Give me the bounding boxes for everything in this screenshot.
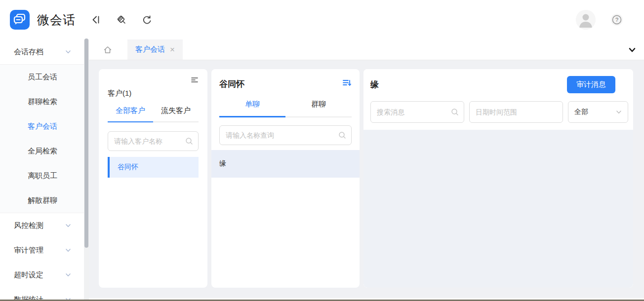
session-search-input[interactable]	[219, 125, 352, 145]
sidebar-group-audit-management[interactable]: 审计管理	[0, 238, 84, 263]
chevron-down-icon	[628, 45, 637, 54]
tab-single-chat[interactable]: 单聊	[219, 100, 285, 117]
tab-lost-customers[interactable]: 流失客户	[153, 106, 199, 121]
page-scrollbar[interactable]	[84, 39, 89, 301]
sidebar-submenu: 员工会话 群聊检索 客户会话 全局检索 离职员工 解散群聊	[0, 64, 84, 213]
app-window: 微会话	[0, 0, 644, 301]
list-collapse-icon[interactable]	[191, 76, 199, 85]
search-icon	[338, 131, 347, 142]
customers-panel: 客户(1) 全部客户 流失客户 谷同怀	[99, 69, 207, 288]
sort-descending-icon[interactable]	[342, 78, 352, 90]
close-icon[interactable]: ×	[170, 45, 175, 54]
messages-panel: 缘 审计消息	[363, 69, 633, 288]
workspace: 客户(1) 全部客户 流失客户 谷同怀	[89, 60, 644, 288]
sidebar-group-session-archive[interactable]: 会话存档	[0, 39, 84, 64]
chevron-down-icon	[65, 223, 71, 228]
collapse-sidebar-icon[interactable]	[89, 13, 102, 26]
chevron-down-icon	[65, 247, 71, 253]
sidebar-group-label: 审计管理	[14, 246, 43, 255]
tab-group-chat[interactable]: 群聊	[285, 100, 352, 116]
sidebar-item-global-search[interactable]: 全局检索	[0, 139, 84, 163]
help-icon[interactable]: ?	[610, 13, 623, 26]
message-list-area	[363, 130, 633, 288]
tab-bar: 客户会话 ×	[89, 39, 644, 60]
sidebar: 会话存档 员工会话 群聊检索 客户会话 全局检索 离职员工 解散群聊 风控检测 …	[0, 39, 84, 301]
search-icon	[450, 108, 459, 118]
sessions-panel: 谷同怀	[211, 69, 360, 288]
sidebar-group-label: 风控检测	[14, 221, 43, 230]
main-row: 会话存档 员工会话 群聊检索 客户会话 全局检索 离职员工 解散群聊 风控检测 …	[0, 39, 644, 301]
message-search	[370, 101, 464, 123]
message-type-select[interactable]: 全部	[568, 101, 628, 123]
page-scrollbar-thumb[interactable]	[84, 38, 88, 248]
customer-filter-tabs: 全部客户 流失客户	[108, 106, 199, 122]
app-title: 微会话	[37, 12, 76, 28]
search-icon	[185, 137, 194, 148]
content-column: 客户会话 ×	[89, 39, 644, 301]
sidebar-item-customer-sessions[interactable]: 客户会话	[0, 114, 84, 139]
tab-overflow-button[interactable]	[620, 39, 644, 60]
refresh-icon[interactable]	[141, 13, 154, 26]
chevron-down-icon	[616, 109, 622, 115]
chevron-down-icon	[65, 49, 71, 55]
sidebar-group-label: 会话存档	[14, 47, 43, 57]
app-logo-icon	[10, 10, 30, 30]
app-header: 微会话	[0, 0, 644, 39]
chevron-down-icon	[65, 272, 71, 278]
avatar[interactable]	[576, 10, 596, 30]
sidebar-item-disbanded-groups[interactable]: 解散群聊	[0, 188, 84, 213]
date-range-picker	[469, 101, 563, 123]
sessions-panel-title: 谷同怀	[219, 78, 244, 90]
tab-bar-spacer	[183, 39, 620, 60]
customer-list-item[interactable]: 谷同怀	[108, 157, 199, 178]
session-type-tabs: 单聊 群聊	[219, 100, 352, 117]
clear-cache-icon[interactable]	[115, 13, 128, 26]
tab-label: 客户会话	[135, 45, 165, 54]
sidebar-item-employee-sessions[interactable]: 员工会话	[0, 65, 84, 89]
customer-search	[108, 131, 199, 151]
sidebar-group-risk-detection[interactable]: 风控检测	[0, 213, 84, 238]
home-tab[interactable]	[99, 39, 117, 60]
sidebar-item-group-chat-search[interactable]: 群聊检索	[0, 89, 84, 114]
select-value: 全部	[574, 108, 588, 116]
customers-panel-title: 客户(1)	[108, 89, 199, 98]
audit-messages-button[interactable]: 审计消息	[567, 76, 615, 93]
tab-customer-sessions[interactable]: 客户会话 ×	[127, 39, 183, 60]
sidebar-group-label: 超时设定	[14, 270, 43, 280]
sidebar-group-data-statistics[interactable]: 数据统计	[0, 287, 84, 301]
message-filters: 全部	[370, 101, 628, 130]
session-list-item[interactable]: 缘	[211, 150, 360, 178]
session-search	[219, 125, 352, 145]
home-icon	[103, 45, 113, 55]
messages-panel-title: 缘	[370, 79, 379, 90]
date-range-input[interactable]	[469, 101, 563, 123]
sidebar-item-departed-employees[interactable]: 离职员工	[0, 163, 84, 188]
tab-all-customers[interactable]: 全部客户	[108, 106, 153, 122]
sidebar-group-timeout-settings[interactable]: 超时设定	[0, 263, 84, 287]
svg-text:?: ?	[615, 17, 618, 23]
